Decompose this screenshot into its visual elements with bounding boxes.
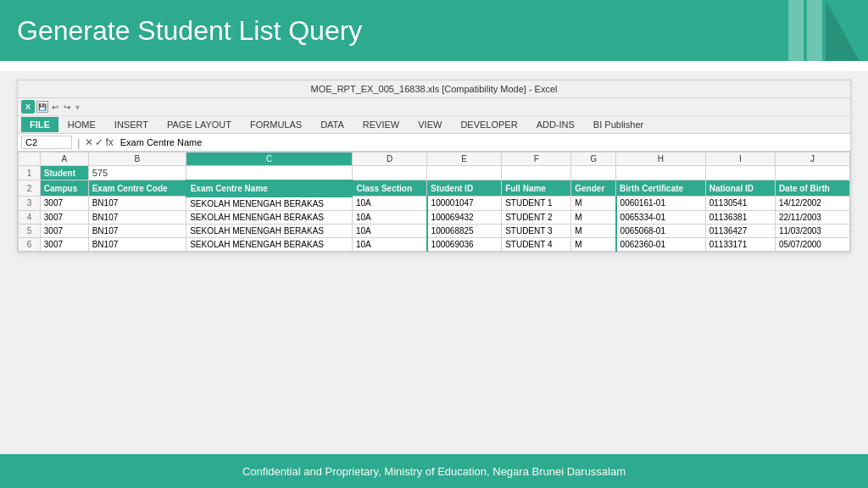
cell[interactable]: Birth Certificate <box>616 180 706 197</box>
spacer <box>0 61 868 71</box>
cell[interactable]: 0062360-01 <box>616 237 706 251</box>
cell[interactable]: M <box>571 197 616 211</box>
cell[interactable]: STUDENT 2 <box>502 210 571 224</box>
cell[interactable]: STUDENT 1 <box>502 197 571 211</box>
cell[interactable]: 01136381 <box>705 210 775 224</box>
cell[interactable] <box>352 166 426 180</box>
cell[interactable]: 100001047 <box>427 197 502 211</box>
cell[interactable]: 3007 <box>40 210 88 224</box>
cell[interactable]: BN107 <box>88 224 186 237</box>
quick-access-more[interactable]: ▾ <box>75 103 80 112</box>
tab-add-ins[interactable]: ADD-INS <box>527 116 584 133</box>
cell[interactable] <box>616 166 706 180</box>
tab-formulas[interactable]: FORMULAS <box>241 116 311 133</box>
cell[interactable]: M <box>571 237 616 251</box>
col-h[interactable]: H <box>616 152 706 166</box>
cell[interactable]: STUDENT 4 <box>502 237 571 251</box>
cell[interactable]: Class Section <box>352 180 426 197</box>
cell[interactable] <box>775 166 849 180</box>
cell[interactable]: 0065068-01 <box>616 224 706 237</box>
col-g[interactable]: G <box>571 152 616 166</box>
cell[interactable]: SEKOLAH MENENGAH BERAKAS <box>186 197 353 211</box>
cell[interactable]: M <box>571 210 616 224</box>
cell[interactable] <box>186 166 353 180</box>
cell[interactable]: STUDENT 3 <box>502 224 571 237</box>
cell[interactable]: 22/11/2003 <box>775 210 849 224</box>
insert-function-icon[interactable]: fx <box>105 136 113 148</box>
cell[interactable]: BN107 <box>88 197 186 211</box>
cell[interactable]: SEKOLAH MENENGAH BERAKAS <box>186 224 353 237</box>
cell[interactable]: 14/12/2002 <box>775 197 849 211</box>
cell[interactable]: 01133171 <box>705 237 775 251</box>
undo-icon[interactable]: ↩ <box>52 103 58 112</box>
column-headers-row: A B C D E F G H I J <box>19 152 850 166</box>
spreadsheet: A B C D E F G H I J 1Student5752CampusEx… <box>18 152 850 252</box>
cell[interactable]: 100069432 <box>427 210 502 224</box>
cell[interactable]: 575 <box>88 166 186 180</box>
cell[interactable]: SEKOLAH MENENGAH BERAKAS <box>186 210 353 224</box>
cell[interactable]: BN107 <box>88 237 186 251</box>
tab-page-layout[interactable]: PAGE LAYOUT <box>158 116 241 133</box>
formula-input[interactable] <box>117 136 847 148</box>
row-number: 4 <box>19 210 41 224</box>
cell[interactable] <box>571 166 616 180</box>
cell[interactable]: 3007 <box>40 197 88 211</box>
col-d[interactable]: D <box>352 152 426 166</box>
tab-data[interactable]: DATA <box>311 116 353 133</box>
cell[interactable]: 10A <box>352 224 426 237</box>
cell[interactable]: 10A <box>352 237 426 251</box>
cell[interactable]: 10A <box>352 210 426 224</box>
cell[interactable]: Date of Birth <box>775 180 849 197</box>
cell[interactable]: 01130541 <box>705 197 775 211</box>
cell[interactable]: SEKOLAH MENENGAH BERAKAS <box>186 237 353 251</box>
cell[interactable]: BN107 <box>88 210 186 224</box>
tab-developer[interactable]: DEVELOPER <box>451 116 526 133</box>
col-e[interactable]: E <box>427 152 502 166</box>
cell[interactable]: 11/03/2003 <box>775 224 849 237</box>
cancel-formula-icon[interactable]: ✕ <box>85 136 93 148</box>
col-f[interactable]: F <box>502 152 571 166</box>
cell[interactable]: Gender <box>571 180 616 197</box>
col-c[interactable]: C <box>186 152 353 166</box>
cell[interactable]: 05/07/2000 <box>775 237 849 251</box>
col-b[interactable]: B <box>88 152 186 166</box>
cell[interactable]: Student <box>40 166 88 180</box>
cell[interactable]: 0065334-01 <box>616 210 706 224</box>
corner-cell <box>19 152 41 166</box>
cell[interactable]: National ID <box>705 180 775 197</box>
tab-insert[interactable]: INSERT <box>105 116 158 133</box>
formula-icons: ✕ ✓ fx <box>85 136 113 148</box>
formula-bar: | ✕ ✓ fx <box>18 134 850 152</box>
cell[interactable]: Campus <box>40 180 88 197</box>
cell[interactable]: 01136427 <box>705 224 775 237</box>
cell[interactable]: 100068825 <box>427 224 502 237</box>
save-icon[interactable]: 💾 <box>36 101 48 113</box>
cell[interactable]: 3007 <box>40 237 88 251</box>
cell[interactable]: 0060161-01 <box>616 197 706 211</box>
cell[interactable] <box>427 166 502 180</box>
tab-file[interactable]: FILE <box>21 117 58 132</box>
col-i[interactable]: I <box>705 152 775 166</box>
cell[interactable]: 100069036 <box>427 237 502 251</box>
cell[interactable]: Exam Centre Code <box>88 180 186 197</box>
col-a[interactable]: A <box>40 152 88 166</box>
tab-home[interactable]: HOME <box>58 116 105 133</box>
cell[interactable]: 10A <box>352 197 426 211</box>
table-row: 2CampusExam Centre CodeExam Centre NameC… <box>19 180 850 197</box>
redo-icon[interactable]: ↪ <box>64 103 70 112</box>
cell[interactable]: Exam Centre Name <box>186 180 353 197</box>
cell[interactable]: Student ID <box>427 180 502 197</box>
cell[interactable] <box>705 166 775 180</box>
confirm-formula-icon[interactable]: ✓ <box>95 136 103 148</box>
cell[interactable]: Full Name <box>502 180 571 197</box>
page-footer: Confidential and Proprietary, Ministry o… <box>0 454 868 488</box>
cell[interactable]: M <box>571 224 616 237</box>
table-row: 43007BN107SEKOLAH MENENGAH BERAKAS10A100… <box>19 210 850 224</box>
col-j[interactable]: J <box>775 152 849 166</box>
cell-reference-input[interactable] <box>21 136 72 149</box>
tab-review[interactable]: REVIEW <box>353 116 409 133</box>
cell[interactable] <box>502 166 571 180</box>
cell[interactable]: 3007 <box>40 224 88 237</box>
tab-bi-publisher[interactable]: BI Publisher <box>584 116 653 133</box>
tab-view[interactable]: VIEW <box>409 116 451 133</box>
